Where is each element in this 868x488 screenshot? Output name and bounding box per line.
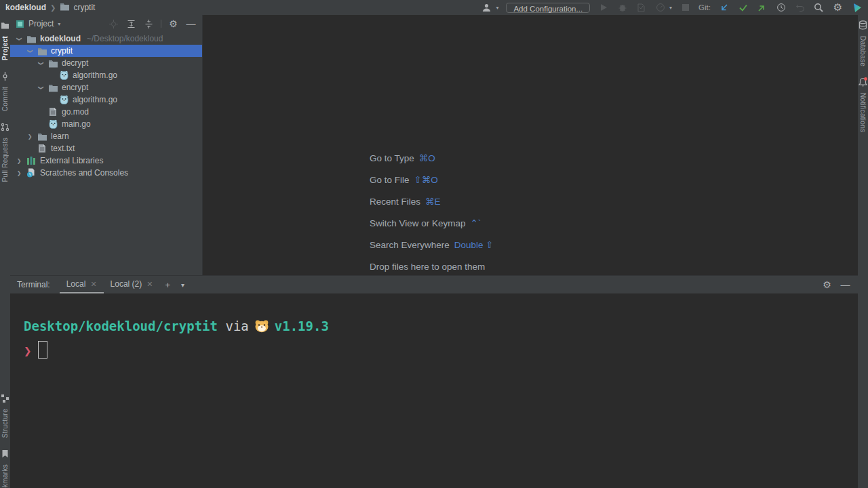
run-button[interactable] <box>597 2 609 14</box>
breadcrumb-separator: ❯ <box>50 4 56 12</box>
tree-row-go-mod[interactable]: go.mod <box>10 106 202 118</box>
terminal-input-line: ❯ <box>24 340 858 362</box>
shortcut-hint-keys: ⌘O <box>419 153 435 163</box>
terminal-header: Terminal: Local✕Local (2)✕ + ▾ ⚙ — <box>10 276 858 293</box>
tree-row-encrypt[interactable]: ❯encrypt <box>10 81 202 94</box>
debug-button[interactable] <box>616 2 628 14</box>
tree-item-label: decrypt <box>62 58 88 68</box>
git-commit-button[interactable] <box>737 2 749 14</box>
tool-button-bookmarks[interactable]: Bookmarks <box>1 449 9 488</box>
tool-button-project[interactable]: Project <box>1 20 9 60</box>
shortcut-hint-go-to-type: Go to Type⌘O <box>370 148 494 169</box>
tree-item-label: learn <box>51 131 69 141</box>
tree-row-algorithm-go[interactable]: algorithm.go <box>10 69 202 81</box>
chevron-right-icon[interactable]: ❯ <box>16 170 22 176</box>
breadcrumb-item-cryptit[interactable]: cryptit <box>60 2 95 13</box>
settings-gear-icon[interactable]: ⚙ <box>167 18 179 30</box>
folder-icon <box>47 58 58 68</box>
history-icon[interactable] <box>775 2 787 14</box>
tool-button-label: Project <box>1 36 9 60</box>
shortcut-hint-keys: ⌘E <box>425 197 441 207</box>
terminal-cursor <box>38 341 47 359</box>
shortcut-hint-keys: Double ⇧ <box>454 240 494 250</box>
editor-area[interactable]: Go to Type⌘OGo to File⇧⌘ORecent Files⌘ES… <box>203 15 858 275</box>
tool-button-label: Commit <box>1 87 9 111</box>
hide-panel-icon[interactable]: — <box>185 18 197 30</box>
collapse-all-icon[interactable] <box>143 18 155 30</box>
shortcut-hint-go-to-file: Go to File⇧⌘O <box>370 169 494 191</box>
go-version: v1.19.3 <box>275 319 329 333</box>
folder-icon <box>37 131 47 142</box>
file-icon <box>47 106 58 117</box>
shortcut-hint-label: Go to Type <box>370 153 414 163</box>
user-account-icon[interactable] <box>481 2 492 14</box>
tree-row-decrypt[interactable]: ❯decrypt <box>10 57 202 69</box>
terminal-label: Terminal: <box>17 280 50 289</box>
profiler-button[interactable] <box>654 2 666 14</box>
tool-button-label: Structure <box>1 409 9 438</box>
ide-logo-icon[interactable] <box>851 2 863 14</box>
commit-icon <box>1 71 9 83</box>
stop-button[interactable] <box>679 2 691 14</box>
expand-all-icon[interactable] <box>125 18 137 30</box>
tool-button-database[interactable]: Database <box>859 20 867 66</box>
chevron-down-icon[interactable]: ▾ <box>669 5 672 11</box>
pull-requests-icon <box>1 122 9 134</box>
chevron-right-icon[interactable]: ❯ <box>16 158 22 164</box>
terminal-tab-local-2[interactable]: Local (2)✕ <box>104 277 160 293</box>
tree-row-scratches-and-consoles[interactable]: ❯Scratches and Consoles <box>10 167 202 179</box>
chevron-down-icon[interactable]: ❯ <box>27 47 33 54</box>
run-coverage-button[interactable] <box>635 2 647 14</box>
terminal-tab-local[interactable]: Local✕ <box>60 277 104 293</box>
title-bar: kodekloud❯cryptit ▾ Add Configuration...… <box>0 0 868 16</box>
search-icon[interactable] <box>813 2 825 14</box>
close-icon[interactable]: ✕ <box>90 280 96 289</box>
settings-gear-icon[interactable]: ⚙ <box>832 2 844 14</box>
prompt-via: via <box>225 319 248 333</box>
tool-button-structure[interactable]: Structure <box>1 393 9 438</box>
close-icon[interactable]: ✕ <box>146 280 153 289</box>
chevron-right-icon[interactable]: ❯ <box>26 134 33 140</box>
add-configuration-button[interactable]: Add Configuration... <box>506 3 590 13</box>
terminal-dropdown-icon[interactable]: ▾ <box>176 281 190 289</box>
tool-button-label: Bookmarks <box>1 464 9 488</box>
tree-row-kodekloud[interactable]: ❯kodekloud~/Desktop/kodekloud <box>10 33 202 45</box>
chevron-down-icon[interactable]: ❯ <box>38 84 44 91</box>
tree-row-algorithm-go[interactable]: algorithm.go <box>10 94 202 106</box>
breadcrumb-item-kodekloud[interactable]: kodekloud <box>5 3 46 12</box>
locate-file-icon[interactable] <box>108 18 119 30</box>
tree-item-label: cryptit <box>51 46 73 56</box>
shortcut-hint-keys: ⌃` <box>471 218 481 228</box>
git-push-button[interactable] <box>756 2 768 14</box>
terminal-settings-gear-icon[interactable]: ⚙ <box>821 279 833 291</box>
shortcut-hint-recent-files: Recent Files⌘E <box>370 191 494 213</box>
chevron-down-icon[interactable]: ❯ <box>38 60 44 66</box>
chevron-down-icon[interactable]: ❯ <box>16 35 22 42</box>
tree-item-label: algorithm.go <box>73 95 117 104</box>
terminal-tab-label: Local <box>66 279 86 289</box>
project-view-selector[interactable]: Project ▾ <box>16 19 60 28</box>
shortcut-hint-label: Recent Files <box>370 197 420 207</box>
hide-terminal-icon[interactable]: — <box>840 279 851 291</box>
tree-row-external-libraries[interactable]: ❯External Libraries <box>10 155 202 167</box>
go-icon <box>58 70 69 81</box>
tree-row-text-txt[interactable]: text.txt <box>10 142 202 155</box>
tool-button-notifications[interactable]: Notifications <box>859 77 867 132</box>
project-panel-title: Project <box>28 19 54 28</box>
bookmarks-icon <box>1 449 9 461</box>
tool-button-label: Database <box>859 36 867 66</box>
tree-row-learn[interactable]: ❯learn <box>10 130 202 142</box>
terminal-content[interactable]: Desktop/kodekloud/cryptit viav1.19.3 ❯ <box>10 293 858 362</box>
tree-item-label: algorithm.go <box>73 70 117 80</box>
rollback-icon[interactable] <box>794 2 806 14</box>
tree-row-cryptit[interactable]: ❯cryptit <box>10 45 202 57</box>
git-update-button[interactable] <box>718 2 730 14</box>
tool-button-commit[interactable]: Commit <box>1 71 9 111</box>
tool-button-pull-requests[interactable]: Pull Requests <box>1 122 9 182</box>
new-terminal-session-button[interactable]: + <box>160 280 176 290</box>
shortcut-hint-switch-view-or-keymap: Switch View or Keymap⌃` <box>370 213 494 235</box>
terminal-prompt-line: Desktop/kodekloud/cryptit viav1.19.3 <box>24 315 858 340</box>
tree-row-main-go[interactable]: main.go <box>10 118 202 130</box>
notifications-icon <box>859 77 867 89</box>
folder-icon <box>60 2 70 13</box>
